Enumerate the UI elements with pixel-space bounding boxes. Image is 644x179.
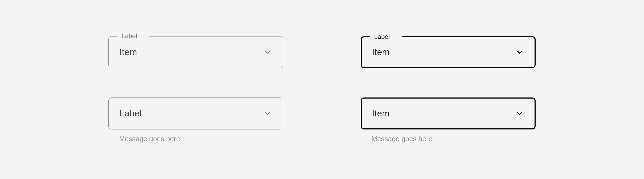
dropdown-value: Item xyxy=(119,47,263,57)
dropdown-grid: Label Item Label Item Label xyxy=(108,36,536,143)
dropdown-select[interactable]: Label Item xyxy=(108,36,283,68)
dropdown-float-label: Label xyxy=(373,33,391,40)
chevron-down-icon xyxy=(515,109,524,118)
chevron-down-icon xyxy=(515,47,524,57)
dropdown-value: Item xyxy=(372,47,515,57)
dropdown-value: Item xyxy=(372,108,515,119)
chevron-down-icon xyxy=(263,47,272,57)
dropdown-field-default-helper: Label Message goes here xyxy=(108,97,283,143)
dropdown-helper-text: Message goes here xyxy=(119,135,283,143)
dropdown-select[interactable]: Item xyxy=(361,97,536,129)
dropdown-float-label: Label xyxy=(120,32,138,40)
dropdown-helper-text: Message goes here xyxy=(371,135,536,143)
chevron-down-icon xyxy=(263,109,272,118)
dropdown-field-default-labeled: Label Item xyxy=(108,36,283,68)
dropdown-value: Label xyxy=(119,108,263,119)
dropdown-field-focused-helper: Item Message goes here xyxy=(361,97,536,143)
dropdown-field-focused-labeled: Label Item xyxy=(361,36,536,68)
dropdown-select[interactable]: Label xyxy=(108,97,283,129)
dropdown-select[interactable]: Label Item xyxy=(361,36,536,68)
